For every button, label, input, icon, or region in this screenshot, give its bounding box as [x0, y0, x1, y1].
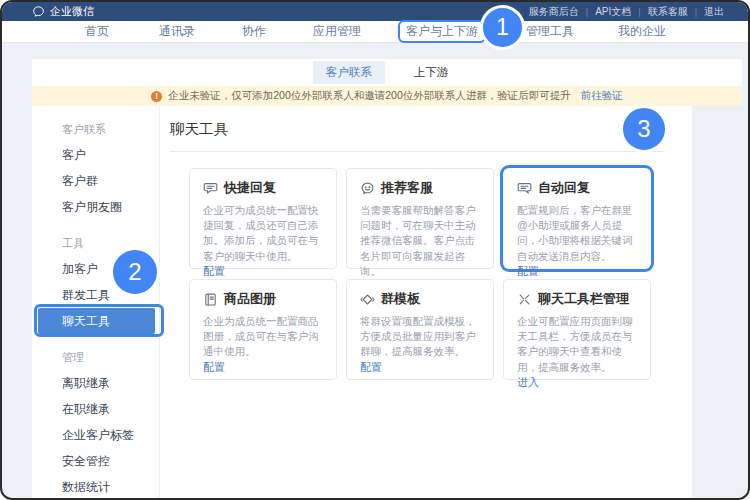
nav-item-home[interactable]: 首页 — [85, 21, 109, 42]
configure-link[interactable]: 配置 — [360, 360, 480, 375]
divider: | — [695, 7, 697, 17]
card-group-template: 群模板 将群设置项配置成模板，方便成员批量应用到客户群聊，提高服务效率。 配置 — [346, 279, 494, 380]
top-link-contact-support[interactable]: 联系客服 — [648, 5, 688, 19]
tab-updownstream[interactable]: 上下游 — [401, 61, 462, 84]
card-title: 快捷回复 — [224, 179, 276, 197]
top-bar: 企业微信 服务商后台 | API文档 | 联系客服 | 退出 — [2, 2, 748, 21]
notice-text: 企业未验证，仅可添加200位外部联系人和邀请200位外部联系人进群，验证后即可提… — [168, 89, 571, 103]
sidebar-item-data-statistics[interactable]: 数据统计 — [32, 474, 159, 500]
card-auto-reply: 自动回复 配置规则后，客户在群里@小助理或服务人员提问，小助理将根据关键词自动发… — [503, 168, 651, 269]
page-title: 聊天工具 — [170, 114, 665, 151]
annotation-badge-2: 2 — [110, 247, 160, 297]
sidebar-item-customer-groups[interactable]: 客户群 — [32, 168, 159, 194]
auto-reply-icon — [517, 181, 532, 196]
right-gutter — [692, 106, 742, 498]
sidebar-item-customers[interactable]: 客户 — [32, 142, 159, 168]
main-content: 聊天工具 快捷回复 企业可为成员统一配置快捷回复，成员还可自己添加。添加后，成员… — [160, 106, 692, 498]
card-title: 聊天工具栏管理 — [538, 290, 629, 308]
recommend-service-icon — [360, 181, 375, 196]
wecom-logo: 企业微信 — [32, 4, 94, 19]
go-verify-link[interactable]: 前往验证 — [581, 89, 623, 103]
warning-icon: ! — [151, 91, 162, 102]
enter-link[interactable]: 进入 — [517, 375, 637, 390]
sidebar-item-chat-tools[interactable]: 聊天工具 — [38, 308, 155, 334]
quick-reply-icon — [203, 181, 218, 196]
top-links: 服务商后台 | API文档 | 联系客服 | 退出 — [529, 5, 724, 19]
nav-item-collab[interactable]: 协作 — [242, 21, 266, 42]
nav-item-contacts[interactable]: 通讯录 — [159, 21, 195, 42]
card-grid: 快捷回复 企业可为成员统一配置快捷回复，成员还可自己添加。添加后，成员可在与客户… — [189, 168, 665, 380]
card-description: 企业可为成员统一配置快捷回复，成员还可自己添加。添加后，成员可在与客户的聊天中使… — [203, 203, 323, 264]
top-link-api-docs[interactable]: API文档 — [595, 5, 631, 19]
sidebar-item-security-control[interactable]: 安全管控 — [32, 448, 159, 474]
nav-item-app-mgmt[interactable]: 应用管理 — [313, 21, 361, 42]
configure-link[interactable]: 配置 — [517, 264, 637, 279]
main-nav: 首页 通讯录 协作 应用管理 客户与上下游 管理工具 我的企业 — [2, 21, 748, 43]
sidebar-item-customer-moments[interactable]: 客户朋友圈 — [32, 194, 159, 220]
sidebar-item-onjob-inherit[interactable]: 在职继承 — [32, 396, 159, 422]
nav-item-customers-updownstream[interactable]: 客户与上下游 — [406, 21, 478, 42]
annotation-badge-3: 3 — [620, 105, 668, 153]
card-description: 企业为成员统一配置商品图册，成员可在与客户沟通中使用。 — [203, 314, 323, 360]
sidebar: 客户联系 客户 客户群 客户朋友圈 工具 加客户 群发工具 聊天工具 管理 离职… — [32, 106, 160, 498]
card-description: 当需要客服帮助解答客户问题时，可在聊天中主动推荐微信客服。客户点击名片即可向客服… — [360, 203, 480, 279]
app-window: 企业微信 服务商后台 | API文档 | 联系客服 | 退出 首页 通讯录 协作… — [0, 0, 750, 500]
annotation-badge-1: 1 — [480, 5, 525, 50]
card-title: 推荐客服 — [381, 179, 433, 197]
divider — [170, 151, 665, 152]
nav-item-mgmt-tools[interactable]: 管理工具 — [526, 21, 574, 42]
product-album-icon — [203, 292, 218, 307]
body-row: 客户联系 客户 客户群 客户朋友圈 工具 加客户 群发工具 聊天工具 管理 离职… — [32, 106, 742, 498]
card-title: 自动回复 — [538, 179, 590, 197]
card-recommend-service: 推荐客服 当需要客服帮助解答客户问题时，可在聊天中主动推荐微信客服。客户点击名片… — [346, 168, 494, 269]
sidebar-item-customer-tags[interactable]: 企业客户标签 — [32, 422, 159, 448]
top-link-provider[interactable]: 服务商后台 — [529, 5, 579, 19]
chat-toolbar-icon — [517, 292, 532, 307]
nav-item-my-company[interactable]: 我的企业 — [618, 21, 666, 42]
tab-customer-contact[interactable]: 客户联系 — [313, 61, 385, 84]
card-description: 将群设置项配置成模板，方便成员批量应用到客户群聊，提高服务效率。 — [360, 314, 480, 360]
configure-link[interactable]: 配置 — [203, 264, 323, 279]
tab-row: 客户联系 上下游 — [32, 59, 742, 86]
divider: | — [586, 7, 588, 17]
sidebar-item-resigned-inherit[interactable]: 离职继承 — [32, 370, 159, 396]
sidebar-group-management: 管理 — [32, 344, 159, 370]
card-chat-toolbar-management: 聊天工具栏管理 企业可配置应用页面到聊天工具栏，方便成员在与客户的聊天中查看和使… — [503, 279, 651, 380]
card-title: 商品图册 — [224, 290, 276, 308]
top-link-logout[interactable]: 退出 — [704, 5, 724, 19]
divider: | — [638, 7, 640, 17]
chat-bubble-logo-icon — [32, 5, 45, 18]
group-template-icon — [360, 292, 375, 307]
card-title: 群模板 — [381, 290, 420, 308]
verification-notice-bar: ! 企业未验证，仅可添加200位外部联系人和邀请200位外部联系人进群，验证后即… — [32, 86, 742, 106]
card-description: 企业可配置应用页面到聊天工具栏，方便成员在与客户的聊天中查看和使用，提高服务效率… — [517, 314, 637, 375]
logo-text: 企业微信 — [50, 4, 94, 19]
card-quick-reply: 快捷回复 企业可为成员统一配置快捷回复，成员还可自己添加。添加后，成员可在与客户… — [189, 168, 337, 269]
card-description: 配置规则后，客户在群里@小助理或服务人员提问，小助理将根据关键词自动发送消息内容… — [517, 203, 637, 264]
card-product-album: 商品图册 企业为成员统一配置商品图册，成员可在与客户沟通中使用。 配置 — [189, 279, 337, 380]
configure-link[interactable]: 配置 — [203, 360, 323, 375]
sidebar-group-customer-contact: 客户联系 — [32, 116, 159, 142]
